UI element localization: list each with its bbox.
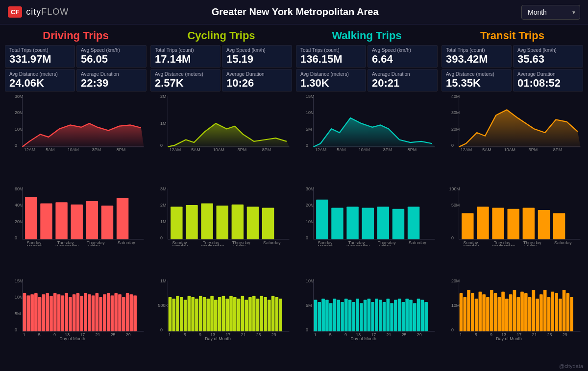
driving-title: Driving Trips	[5, 27, 147, 43]
svg-rect-129	[225, 299, 229, 331]
svg-rect-142	[275, 297, 279, 331]
svg-rect-190	[314, 300, 318, 331]
svg-rect-143	[279, 299, 282, 331]
svg-text:29: 29	[271, 332, 276, 337]
logo-text: cityFLOW	[26, 7, 69, 17]
svg-marker-159	[314, 118, 435, 147]
svg-text:Wednesday: Wednesday	[346, 243, 369, 246]
walking-total-trips: Total Trips (count) 136.15M	[296, 45, 366, 68]
svg-rect-294	[570, 297, 573, 331]
svg-text:10M: 10M	[15, 295, 23, 300]
svg-rect-53	[76, 293, 80, 331]
svg-rect-55	[84, 293, 87, 331]
cycling-column: Cycling Trips Total Trips (count) 17.14M…	[148, 27, 294, 368]
month-select[interactable]: Day Week Month Year	[521, 5, 580, 20]
svg-rect-132	[237, 299, 241, 331]
svg-rect-52	[73, 294, 76, 331]
svg-rect-293	[566, 293, 570, 331]
driving-hourly-chart: Total Trips 30M 20M 10M 0 12AM 5AM 10AM …	[5, 93, 147, 184]
svg-rect-286	[539, 294, 543, 331]
svg-rect-194	[329, 303, 333, 331]
svg-text:5M: 5M	[15, 311, 21, 316]
svg-text:Day of Month: Day of Month	[59, 336, 85, 340]
svg-text:10AM: 10AM	[359, 147, 370, 152]
transit-weekly-chart: 100M 50M 0 Sunday Monday Tuesday Wednesd…	[441, 186, 583, 276]
walking-monthly-chart: 10M 5M 0	[296, 278, 438, 368]
svg-rect-279	[513, 290, 516, 331]
svg-rect-267	[467, 290, 470, 331]
svg-rect-284	[532, 290, 536, 331]
svg-text:25: 25	[402, 332, 407, 337]
svg-text:3PM: 3PM	[92, 147, 101, 152]
cycling-monthly-chart: 1M 500K 0	[150, 278, 292, 368]
driving-hourly-svg: Total Trips 30M 20M 10M 0 12AM 5AM 10AM …	[5, 93, 147, 153]
svg-rect-41	[30, 294, 34, 331]
svg-text:Saturday: Saturday	[118, 240, 135, 245]
svg-text:15M: 15M	[306, 94, 314, 99]
driving-avg-distance: Avg Distance (meters) 24.06K	[5, 69, 75, 92]
svg-rect-174	[362, 208, 373, 239]
svg-rect-252	[553, 213, 565, 239]
svg-rect-272	[486, 297, 490, 331]
main-grid: Driving Trips Total Trips (count) 331.97…	[0, 24, 588, 371]
svg-text:5: 5	[38, 332, 41, 337]
svg-rect-130	[229, 296, 233, 331]
svg-rect-24	[101, 206, 113, 239]
svg-rect-197	[341, 302, 344, 331]
svg-text:40M: 40M	[451, 94, 460, 99]
svg-rect-65	[122, 297, 125, 331]
svg-rect-208	[383, 302, 386, 331]
svg-rect-141	[271, 296, 275, 331]
time-period-selector[interactable]: Day Week Month Year	[521, 5, 580, 20]
svg-rect-125	[210, 296, 214, 331]
driving-total-trips: Total Trips (count) 331.97M	[5, 45, 75, 68]
svg-text:Wednesday: Wednesday	[201, 243, 224, 246]
svg-rect-205	[371, 302, 374, 331]
svg-rect-193	[325, 300, 329, 331]
svg-rect-271	[482, 294, 486, 331]
svg-rect-251	[538, 209, 550, 239]
cycling-hourly-chart: 2M 1M 0 12AM 5AM 10AM 3PM 8PM	[150, 93, 292, 184]
svg-rect-192	[321, 299, 325, 331]
svg-rect-292	[563, 290, 566, 331]
svg-text:Saturday: Saturday	[263, 240, 281, 245]
svg-rect-213	[402, 302, 405, 331]
svg-rect-291	[559, 299, 562, 331]
svg-text:0: 0	[306, 143, 308, 148]
svg-text:12AM: 12AM	[315, 147, 326, 152]
driving-stats: Total Trips (count) 331.97M Avg Speed (k…	[5, 45, 147, 92]
walking-weekly-chart: 30M 20M 10M 0 Sunday Monday Tuesday Wedn…	[296, 186, 438, 276]
walking-stats: Total Trips (count) 136.15M Avg Speed (k…	[296, 45, 438, 92]
svg-text:3PM: 3PM	[238, 147, 246, 152]
svg-text:25: 25	[547, 332, 552, 337]
svg-rect-61	[107, 293, 110, 331]
svg-text:Monday: Monday	[26, 243, 42, 246]
svg-text:30M: 30M	[15, 94, 23, 99]
svg-rect-56	[88, 294, 91, 331]
svg-text:Friday: Friday	[88, 243, 100, 246]
transit-column: Transit Trips Total Trips (count) 393.42…	[440, 27, 585, 368]
svg-text:2M: 2M	[160, 203, 166, 208]
svg-text:10M: 10M	[306, 111, 314, 116]
svg-rect-128	[222, 296, 225, 331]
svg-marker-235	[459, 110, 581, 147]
svg-text:Friday: Friday	[233, 243, 245, 246]
svg-text:25: 25	[256, 332, 261, 337]
svg-rect-136	[252, 296, 256, 331]
svg-rect-100	[247, 207, 259, 239]
svg-rect-50	[65, 293, 68, 331]
svg-text:Day of Month: Day of Month	[350, 336, 376, 340]
svg-text:3PM: 3PM	[529, 147, 538, 152]
svg-rect-269	[475, 299, 478, 331]
svg-text:9: 9	[53, 332, 56, 337]
svg-text:500K: 500K	[158, 303, 169, 308]
svg-rect-62	[111, 295, 114, 331]
svg-rect-101	[262, 208, 274, 239]
driving-column: Driving Trips Total Trips (count) 331.97…	[3, 27, 148, 368]
svg-text:1: 1	[23, 332, 25, 337]
svg-rect-122	[199, 296, 202, 331]
svg-rect-66	[126, 293, 129, 331]
svg-rect-270	[479, 292, 482, 331]
svg-rect-133	[241, 296, 245, 331]
svg-text:8PM: 8PM	[117, 147, 125, 152]
